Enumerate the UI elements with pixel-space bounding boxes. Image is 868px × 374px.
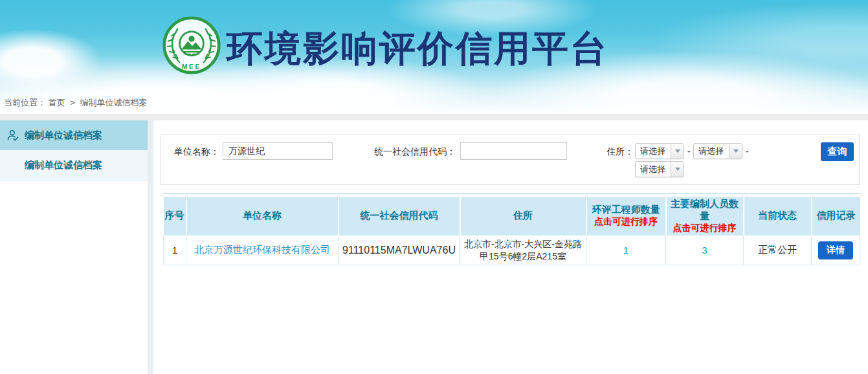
col-staff-count: 主要编制人员数量 点击可进行排序	[666, 197, 744, 236]
company-name-label: 单位名称：	[168, 143, 219, 160]
cell-credit-code: 91110115MA7LWUA76U	[339, 236, 460, 265]
breadcrumb-current: 编制单位诚信档案	[80, 98, 147, 107]
company-name-input[interactable]	[223, 142, 333, 160]
district-select-value: 请选择	[636, 162, 671, 177]
sidebar: 编制单位诚信档案 编制单位诚信档案	[0, 120, 148, 374]
sidebar-section-label: 编制单位诚信档案	[25, 129, 102, 142]
city-select[interactable]: 请选择	[693, 143, 742, 159]
district-select[interactable]: 请选择	[635, 161, 684, 177]
sidebar-item-archive[interactable]: 编制单位诚信档案	[0, 150, 148, 181]
col-credit-record: 信用记录	[812, 197, 860, 236]
breadcrumb-prefix: 当前位置：	[4, 98, 46, 107]
engineer-count-link[interactable]: 1	[623, 245, 629, 256]
breadcrumb-separator: >	[70, 98, 75, 107]
detail-button[interactable]: 详情	[818, 241, 853, 259]
address-separator: -	[746, 143, 749, 160]
table-top-rule	[163, 193, 860, 194]
engineer-count-sort-hint[interactable]: 点击可进行排序	[588, 216, 664, 228]
results-table-wrap: 序号 单位名称 统一社会信用代码 住所 环评工程师数量 点击可进行排序 主要编制…	[163, 193, 860, 265]
province-select-value: 请选择	[636, 144, 671, 159]
col-engineer-count-label: 环评工程师数量	[588, 204, 664, 216]
credit-code-label: 统一社会信用代码：	[352, 143, 456, 160]
sidebar-section-archive[interactable]: 编制单位诚信档案	[0, 120, 148, 150]
user-check-icon	[6, 129, 19, 142]
col-company: 单位名称	[186, 197, 339, 236]
query-button[interactable]: 查询	[821, 142, 854, 161]
col-engineer-count: 环评工程师数量 点击可进行排序	[586, 197, 666, 236]
staff-count-sort-hint[interactable]: 点击可进行排序	[668, 223, 742, 234]
sidebar-main-gap	[148, 120, 153, 374]
col-credit-code: 统一社会信用代码	[339, 197, 460, 236]
cell-index: 1	[164, 236, 186, 265]
site-title: 环境影响评价信用平台	[227, 25, 718, 74]
table-header-row: 序号 单位名称 统一社会信用代码 住所 环评工程师数量 点击可进行排序 主要编制…	[164, 197, 860, 236]
credit-code-input[interactable]	[460, 142, 567, 160]
results-table: 序号 单位名称 统一社会信用代码 住所 环评工程师数量 点击可进行排序 主要编制…	[163, 197, 860, 265]
band-divider	[0, 114, 868, 120]
sidebar-item-label: 编制单位诚信档案	[25, 159, 102, 171]
address-separator: -	[687, 143, 691, 160]
search-panel: 单位名称： 统一社会信用代码： 住所： 请选择 - 请选择 - 请选择 查询	[161, 135, 860, 185]
staff-count-link[interactable]: 3	[702, 245, 707, 256]
col-status: 当前状态	[744, 197, 812, 236]
table-row: 1 北京万源世纪环保科技有限公司 91110115MA7LWUA76U 北京市-…	[164, 236, 860, 265]
page: MEE 环境影响评价信用平台 当前位置： 首页 > 编制单位诚信档案 编制单位诚…	[0, 0, 868, 374]
cell-status: 正常公开	[744, 236, 812, 265]
chevron-down-icon[interactable]	[729, 144, 742, 159]
province-select[interactable]: 请选择	[635, 143, 684, 159]
company-link[interactable]: 北京万源世纪环保科技有限公司	[194, 244, 330, 255]
city-select-value: 请选择	[694, 144, 729, 159]
chevron-down-icon[interactable]	[671, 162, 684, 177]
col-index: 序号	[164, 197, 186, 236]
cell-address: 北京市-北京市-大兴区-金苑路甲15号6幢2层A215室	[460, 236, 586, 265]
mee-logo-icon: MEE	[162, 16, 221, 75]
svg-text:MEE: MEE	[182, 63, 201, 71]
banner: MEE 环境影响评价信用平台 当前位置： 首页 > 编制单位诚信档案	[0, 0, 868, 114]
chevron-down-icon[interactable]	[671, 144, 684, 159]
col-staff-count-label: 主要编制人员数量	[668, 198, 742, 223]
breadcrumb-home-link[interactable]: 首页	[49, 98, 65, 107]
breadcrumb: 当前位置： 首页 > 编制单位诚信档案	[4, 97, 147, 109]
address-label: 住所：	[588, 143, 634, 160]
col-address: 住所	[460, 197, 586, 236]
